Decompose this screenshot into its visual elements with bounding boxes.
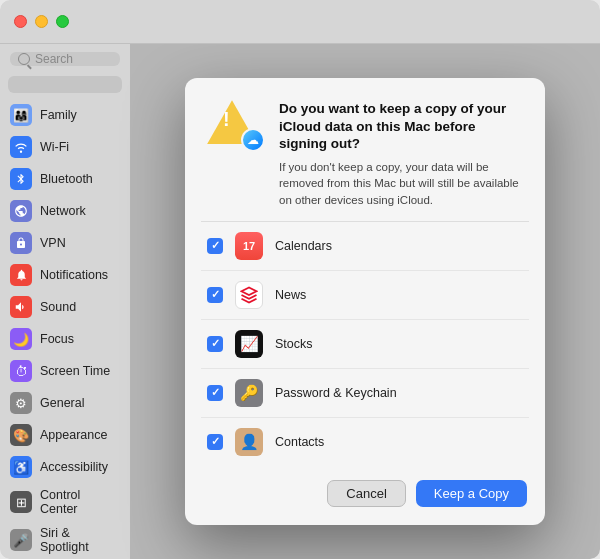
notifications-icon (10, 264, 32, 286)
sidebar-item-bluetooth[interactable]: Bluetooth (0, 163, 130, 195)
sidebar-item-wifi[interactable]: Wi-Fi (0, 131, 130, 163)
keep-copy-button[interactable]: Keep a Copy (416, 480, 527, 507)
close-button[interactable] (14, 15, 27, 28)
sidebar-item-general[interactable]: ⚙ General (0, 387, 130, 419)
dialog-buttons: Cancel Keep a Copy (185, 466, 545, 525)
siri-icon: 🎤 (10, 529, 32, 551)
list-item: 📈 Stocks (201, 320, 529, 369)
sidebar-item-focus[interactable]: 🌙 Focus (0, 323, 130, 355)
user-section (8, 76, 122, 93)
contacts-label: Contacts (275, 435, 324, 449)
dialog-subtitle: If you don't keep a copy, your data will… (279, 159, 523, 209)
wifi-icon (10, 136, 32, 158)
sidebar-label-siri: Siri & Spotlight (40, 526, 120, 554)
contacts-checkbox[interactable] (207, 434, 223, 450)
sound-icon (10, 296, 32, 318)
sidebar-label-wifi: Wi-Fi (40, 140, 69, 154)
accessibility-icon: ♿ (10, 456, 32, 478)
sidebar-item-network[interactable]: Network (0, 195, 130, 227)
main-content: Search 👨‍👩‍👧 Family Wi-Fi (0, 44, 600, 559)
icloud-badge-icon: ☁ (241, 128, 265, 152)
main-area: ! ☁ Do you want to keep a copy of your i… (130, 44, 600, 559)
dialog-title: Do you want to keep a copy of your iClou… (279, 100, 523, 153)
list-item: 🔑 Password & Keychain (201, 369, 529, 418)
sidebar-label-general: General (40, 396, 84, 410)
dialog-header: ! ☁ Do you want to keep a copy of your i… (185, 78, 545, 221)
warning-cloud-icon: ! ☁ (207, 100, 265, 152)
sidebar-item-sound[interactable]: Sound (0, 291, 130, 323)
contacts-icon: 👤 (235, 428, 263, 456)
controlcenter-icon: ⊞ (10, 491, 32, 513)
sidebar: Search 👨‍👩‍👧 Family Wi-Fi (0, 44, 130, 559)
sidebar-label-bluetooth: Bluetooth (40, 172, 93, 186)
dialog-items-list: 17 Calendars News (201, 221, 529, 466)
sidebar-label-appearance: Appearance (40, 428, 107, 442)
sidebar-item-screentime[interactable]: ⏱ Screen Time (0, 355, 130, 387)
list-item: 17 Calendars (201, 222, 529, 271)
sidebar-item-siri[interactable]: 🎤 Siri & Spotlight (0, 521, 130, 559)
search-box[interactable]: Search (10, 52, 120, 66)
sidebar-label-notifications: Notifications (40, 268, 108, 282)
appearance-icon: 🎨 (10, 424, 32, 446)
screentime-icon: ⏱ (10, 360, 32, 382)
list-item: 👤 Contacts (201, 418, 529, 466)
sidebar-item-controlcenter[interactable]: ⊞ Control Center (0, 483, 130, 521)
sidebar-item-notifications[interactable]: Notifications (0, 259, 130, 291)
password-keychain-checkbox[interactable] (207, 385, 223, 401)
sidebar-label-sound: Sound (40, 300, 76, 314)
vpn-icon (10, 232, 32, 254)
maximize-button[interactable] (56, 15, 69, 28)
news-icon (235, 281, 263, 309)
sidebar-item-accessibility[interactable]: ♿ Accessibility (0, 451, 130, 483)
list-item: News (201, 271, 529, 320)
password-keychain-icon: 🔑 (235, 379, 263, 407)
bluetooth-icon (10, 168, 32, 190)
stocks-label: Stocks (275, 337, 313, 351)
system-preferences-window: Search 👨‍👩‍👧 Family Wi-Fi (0, 0, 600, 559)
password-keychain-label: Password & Keychain (275, 386, 397, 400)
sidebar-label-vpn: VPN (40, 236, 66, 250)
warning-exclamation: ! (223, 108, 230, 131)
sidebar-label-controlcenter: Control Center (40, 488, 120, 516)
calendars-checkbox[interactable] (207, 238, 223, 254)
dialog-overlay: ! ☁ Do you want to keep a copy of your i… (130, 44, 600, 559)
stocks-icon: 📈 (235, 330, 263, 358)
sidebar-item-family[interactable]: 👨‍👩‍👧 Family (0, 99, 130, 131)
sidebar-label-network: Network (40, 204, 86, 218)
stocks-checkbox[interactable] (207, 336, 223, 352)
minimize-button[interactable] (35, 15, 48, 28)
title-bar (0, 0, 600, 44)
general-icon: ⚙ (10, 392, 32, 414)
sidebar-label-screentime: Screen Time (40, 364, 110, 378)
sidebar-label-focus: Focus (40, 332, 74, 346)
family-icon: 👨‍👩‍👧 (10, 104, 32, 126)
dialog-text-area: Do you want to keep a copy of your iClou… (279, 100, 523, 209)
focus-icon: 🌙 (10, 328, 32, 350)
sidebar-label-family: Family (40, 108, 77, 122)
sidebar-item-appearance[interactable]: 🎨 Appearance (0, 419, 130, 451)
search-placeholder: Search (35, 52, 73, 66)
sidebar-item-vpn[interactable]: VPN (0, 227, 130, 259)
news-checkbox[interactable] (207, 287, 223, 303)
news-label: News (275, 288, 306, 302)
calendars-icon: 17 (235, 232, 263, 260)
calendars-label: Calendars (275, 239, 332, 253)
network-icon (10, 200, 32, 222)
search-icon (18, 53, 30, 65)
cancel-button[interactable]: Cancel (327, 480, 405, 507)
sidebar-label-accessibility: Accessibility (40, 460, 108, 474)
icloud-signout-dialog: ! ☁ Do you want to keep a copy of your i… (185, 78, 545, 525)
